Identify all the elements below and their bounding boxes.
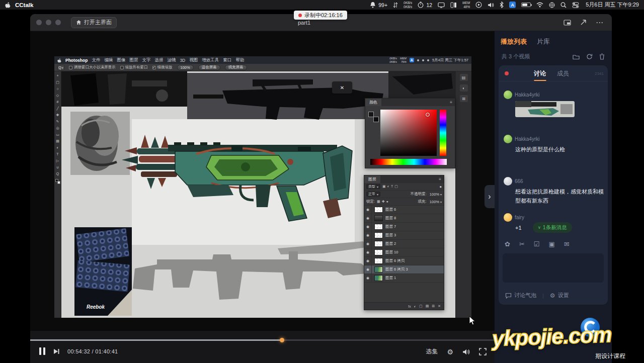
panel-menu-icon[interactable]: ≡ bbox=[450, 100, 452, 105]
ps-fill-screen-button[interactable]: 填充屏幕 bbox=[225, 65, 247, 70]
layer-thumbnail[interactable] bbox=[374, 241, 383, 247]
progress-bar[interactable] bbox=[30, 339, 495, 341]
layer-thumbnail[interactable] bbox=[374, 207, 383, 213]
layer-thumbnail[interactable] bbox=[374, 275, 383, 281]
eyedropper-tool-icon[interactable]: ╱ bbox=[56, 106, 58, 112]
layer-filter-icons[interactable]: ▣ ◐ T ▢ bbox=[382, 185, 398, 189]
avatar[interactable] bbox=[504, 177, 512, 186]
lasso-tool-icon[interactable]: ○ bbox=[56, 86, 58, 92]
layer-thumbnail[interactable] bbox=[374, 249, 383, 255]
layer-row[interactable]: ◉图层 6 bbox=[364, 206, 444, 214]
memory-usage[interactable]: MEM48% bbox=[462, 1, 470, 9]
ps-menu-help[interactable]: 帮助 bbox=[235, 57, 244, 63]
opacity-control[interactable]: 不透明度: 100%▾ bbox=[411, 192, 442, 197]
ps-menu-window[interactable]: 窗口 bbox=[223, 57, 231, 63]
tab-discussion[interactable]: 讨论 bbox=[534, 69, 546, 81]
ps-zoom-all-windows-checkbox[interactable]: 缩放所有窗口 bbox=[120, 65, 148, 70]
layer-row[interactable]: ◉图层 1 bbox=[364, 274, 444, 283]
ps-menu-select[interactable]: 选择 bbox=[154, 57, 163, 63]
ps-fit-screen-button[interactable]: 适合屏幕 bbox=[198, 65, 220, 70]
display-icon[interactable] bbox=[438, 2, 445, 8]
dock-panel-icon-1[interactable]: ▤ bbox=[460, 74, 468, 81]
settings-gear-icon[interactable]: ⚙ bbox=[550, 292, 555, 299]
mask-icon[interactable]: ◐ bbox=[414, 305, 416, 308]
ps-menu-3d[interactable]: 3D bbox=[180, 58, 185, 63]
fill-control[interactable]: 填充: 100%▾ bbox=[418, 199, 442, 204]
ps-zoom-tool-badge[interactable]: Q▾ bbox=[57, 65, 64, 70]
more-options-button[interactable]: ⋯ bbox=[596, 20, 604, 25]
adjustment-icon[interactable]: ▢ bbox=[419, 304, 423, 308]
panel-menu-icon[interactable]: ≡ bbox=[439, 177, 441, 182]
player-volume-icon[interactable] bbox=[462, 348, 470, 355]
ps-menu-type[interactable]: 文字 bbox=[142, 57, 150, 63]
menubar-clock[interactable]: 5月6日 周五 下午9:29 bbox=[586, 1, 639, 9]
minimize-window-button[interactable] bbox=[46, 20, 51, 25]
layer-row[interactable]: ◉图层 7 bbox=[364, 223, 444, 231]
trash-icon[interactable] bbox=[599, 53, 605, 60]
layer-thumbnail[interactable] bbox=[374, 215, 383, 221]
apple-menu-icon[interactable] bbox=[5, 2, 11, 8]
zoom-window-button[interactable] bbox=[55, 20, 61, 25]
type-tool-icon[interactable]: T bbox=[56, 151, 58, 157]
bubble-toggle-label[interactable]: 讨论气泡 bbox=[514, 292, 536, 299]
ps-menu-view[interactable]: 视图 bbox=[189, 57, 198, 63]
visibility-eye-icon[interactable]: ◉ bbox=[364, 240, 372, 248]
close-window-button[interactable] bbox=[36, 20, 42, 25]
ps-scrubby-zoom-checkbox[interactable]: 细微缩放 bbox=[152, 65, 173, 70]
visibility-eye-icon[interactable]: ◉ bbox=[364, 248, 372, 256]
search-icon[interactable] bbox=[560, 2, 567, 8]
settings-label[interactable]: 设置 bbox=[558, 292, 569, 299]
open-main-button[interactable]: 打开主界面 bbox=[71, 17, 117, 28]
color-panel-tab[interactable]: 颜色 bbox=[365, 99, 381, 106]
layer-thumbnail[interactable] bbox=[374, 258, 383, 264]
visibility-eye-icon[interactable]: ◉ bbox=[364, 214, 372, 222]
avatar[interactable] bbox=[504, 213, 512, 222]
message-image-attachment[interactable] bbox=[515, 101, 575, 117]
lock-icons[interactable]: ▦ ✚ ● bbox=[377, 200, 388, 204]
avatar[interactable] bbox=[504, 90, 512, 99]
sidebar-collapse-button[interactable]: › bbox=[485, 185, 495, 208]
marquee-tool-icon[interactable]: ▢ bbox=[56, 79, 59, 85]
ps-resize-window-checkbox[interactable]: 调整窗口大小以满屏显示 bbox=[69, 65, 116, 70]
background-color-swatch[interactable] bbox=[57, 181, 60, 184]
blur-tool-icon[interactable]: ◐ bbox=[56, 145, 58, 151]
pip-icon[interactable] bbox=[564, 20, 571, 26]
notification-bell-icon[interactable] bbox=[370, 2, 376, 8]
layer-thumbnail[interactable] bbox=[374, 232, 383, 238]
pause-button[interactable] bbox=[39, 347, 45, 355]
visibility-eye-icon[interactable]: ◉ bbox=[364, 223, 372, 231]
progress-handle[interactable] bbox=[280, 338, 284, 342]
visibility-eye-icon[interactable]: ◉ bbox=[364, 231, 372, 239]
brush-tool-icon[interactable]: ✎ bbox=[56, 119, 59, 125]
stopwatch-icon[interactable] bbox=[418, 2, 424, 8]
avatar[interactable] bbox=[504, 135, 512, 143]
next-button[interactable] bbox=[53, 348, 60, 355]
wand-tool-icon[interactable]: ◇ bbox=[56, 93, 59, 99]
layer-thumbnail[interactable] bbox=[374, 266, 383, 273]
zoom-tool-icon[interactable]: Q bbox=[56, 171, 59, 177]
album-icon[interactable]: ▣ bbox=[548, 240, 554, 248]
menubar-app-name[interactable]: CCtalk bbox=[15, 2, 33, 8]
layer-row[interactable]: ◉图层 8 bbox=[364, 214, 444, 223]
color-ramp[interactable] bbox=[370, 159, 447, 165]
new-layer-icon[interactable]: ⊞ bbox=[432, 304, 435, 308]
bluetooth-icon[interactable] bbox=[500, 2, 504, 8]
input-method-badge[interactable]: A bbox=[509, 2, 516, 8]
ps-menu-file[interactable]: 文件 bbox=[92, 57, 100, 63]
hand-tool-icon[interactable]: ∪ bbox=[56, 164, 59, 170]
globe-icon[interactable] bbox=[549, 2, 555, 8]
network-arrows-icon[interactable] bbox=[393, 2, 398, 8]
filter-toggle-icon[interactable]: ● bbox=[439, 185, 442, 189]
hue-slider[interactable] bbox=[440, 110, 446, 156]
floating-close-button[interactable]: ✕ bbox=[332, 81, 352, 94]
clone-tool-icon[interactable]: ◎ bbox=[56, 125, 59, 131]
delete-layer-icon[interactable]: ✕ bbox=[438, 304, 441, 308]
layer-filter-select[interactable]: 类型▾ bbox=[366, 184, 380, 189]
gradient-tool-icon[interactable]: ▤ bbox=[56, 138, 59, 144]
eraser-tool-icon[interactable]: ▭ bbox=[56, 132, 59, 138]
task-icon[interactable]: ☑ bbox=[534, 240, 540, 248]
crop-tool-icon[interactable]: # bbox=[57, 99, 59, 105]
episodes-button[interactable]: 选集 bbox=[426, 347, 438, 356]
fullscreen-icon[interactable] bbox=[479, 348, 487, 355]
ps-menu-image[interactable]: 图像 bbox=[117, 57, 125, 63]
